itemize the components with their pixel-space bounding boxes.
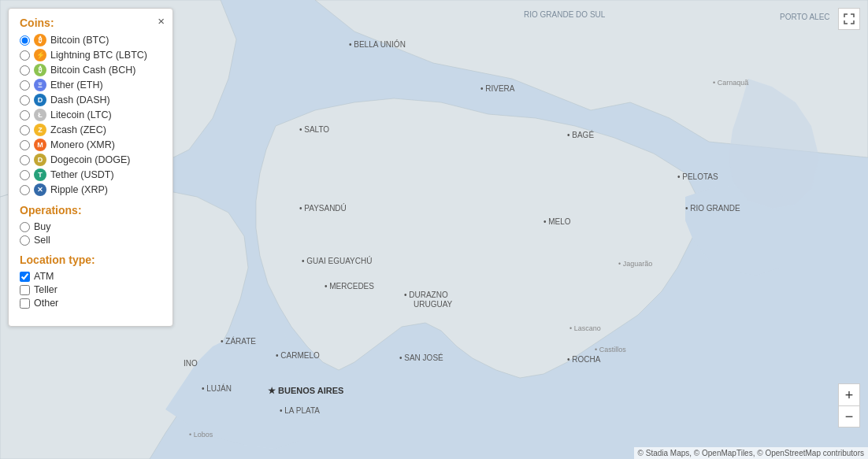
coins-title: Coins: (20, 17, 161, 29)
svg-text:PORTO ALEC: PORTO ALEC (780, 13, 830, 21)
coin-radio[interactable] (20, 155, 30, 165)
operations-title: Operations: (20, 204, 161, 217)
svg-text:• RIO GRANDE: • RIO GRANDE (685, 204, 740, 213)
location-label: ATM (34, 271, 54, 282)
coin-item: ₿Bitcoin Cash (BCH) (20, 64, 161, 76)
operation-label: Buy (34, 221, 51, 232)
coin-label: Ripple (XRP) (50, 184, 108, 195)
coin-icon: ✕ (34, 183, 46, 196)
coin-item: MMonero (XMR) (20, 139, 161, 151)
coin-icon: Ł (34, 109, 46, 121)
svg-text:• Lascano: • Lascano (569, 324, 601, 332)
location-item: ATM (20, 271, 161, 282)
coin-label: Tether (USDT) (50, 169, 114, 180)
svg-text:• ROCHA: • ROCHA (567, 355, 601, 364)
map-attribution: © Stadia Maps, © OpenMapTiles, © OpenStr… (634, 447, 868, 459)
coin-label: Bitcoin (BTC) (50, 35, 109, 46)
coin-radio[interactable] (20, 170, 30, 180)
svg-text:• ZÁRATE: • ZÁRATE (221, 336, 256, 346)
svg-text:• LUJÁN: • LUJÁN (202, 383, 232, 393)
zoom-out-button[interactable]: − (838, 405, 860, 428)
coin-label: Zcash (ZEC) (50, 124, 106, 135)
coin-item: ✕Ripple (XRP) (20, 183, 161, 196)
svg-text:• DURAZNO: • DURAZNO (404, 291, 448, 299)
coins-list: ₿Bitcoin (BTC)⚡Lightning BTC (LBTC)₿Bitc… (20, 34, 161, 196)
coin-item: ⚡Lightning BTC (LBTC) (20, 49, 161, 61)
coin-radio[interactable] (20, 110, 30, 120)
coin-label: Monero (XMR) (50, 139, 115, 150)
location-list: ATMTellerOther (20, 271, 161, 309)
operation-label: Sell (34, 235, 50, 246)
svg-text:• Carnaquã: • Carnaquã (713, 79, 748, 87)
svg-text:RIO GRANDE DO SUL: RIO GRANDE DO SUL (524, 10, 606, 19)
operation-radio[interactable] (20, 235, 30, 246)
coin-radio[interactable] (20, 125, 30, 135)
operation-item: Sell (20, 235, 161, 246)
svg-text:• BELLA UNIÓN: • BELLA UNIÓN (349, 39, 406, 49)
location-checkbox[interactable] (20, 298, 30, 309)
svg-text:• MERCEDES: • MERCEDES (325, 282, 374, 291)
close-button[interactable]: × (158, 15, 165, 27)
svg-text:• GUAI EGUAYCHÚ: • GUAI EGUAYCHÚ (302, 256, 372, 265)
coin-icon: M (34, 139, 46, 151)
coin-icon: T (34, 168, 46, 181)
svg-text:• Lobos: • Lobos (189, 431, 213, 439)
coin-icon: ₿ (34, 64, 46, 76)
location-checkbox[interactable] (20, 272, 30, 282)
coin-icon: Z (34, 124, 46, 136)
coin-item: ₿Bitcoin (BTC) (20, 34, 161, 46)
coin-radio[interactable] (20, 95, 30, 105)
coin-label: Dogecoin (DOGE) (50, 154, 130, 165)
coin-radio[interactable] (20, 35, 30, 46)
coin-label: Bitcoin Cash (BCH) (50, 65, 135, 76)
location-item: Other (20, 298, 161, 309)
coin-label: Dash (DASH) (50, 94, 110, 105)
map-container: RIO GRANDE DO SUL PORTO ALEC • BELLA UNI… (0, 0, 868, 459)
fullscreen-button[interactable] (838, 8, 860, 30)
coin-label: Lightning BTC (LBTC) (50, 50, 147, 61)
svg-text:• BAGÉ: • BAGÉ (567, 130, 594, 139)
location-checkbox[interactable] (20, 285, 30, 295)
svg-text:INO: INO (184, 359, 198, 368)
coin-icon: ₿ (34, 34, 46, 46)
coin-radio[interactable] (20, 185, 30, 195)
coin-label: Ether (ETH) (50, 80, 103, 91)
coin-item: TTether (USDT) (20, 168, 161, 181)
svg-text:• Castillos: • Castillos (595, 346, 626, 354)
location-label: Teller (34, 284, 57, 295)
coin-item: DDash (DASH) (20, 94, 161, 106)
coin-icon: D (34, 94, 46, 106)
svg-text:★ BUENOS AIRES: ★ BUENOS AIRES (268, 386, 343, 395)
coin-radio[interactable] (20, 80, 30, 91)
operation-radio[interactable] (20, 222, 30, 232)
filter-panel: × Coins: ₿Bitcoin (BTC)⚡Lightning BTC (L… (8, 8, 173, 327)
svg-text:• PELOTAS: • PELOTAS (677, 172, 718, 181)
svg-text:• Jaguarão: • Jaguarão (618, 260, 652, 268)
coin-radio[interactable] (20, 65, 30, 76)
svg-text:• MELO: • MELO (543, 217, 571, 226)
svg-text:• RIVERA: • RIVERA (480, 84, 515, 93)
coin-icon: ⚡ (34, 49, 46, 61)
coin-item: ZZcash (ZEC) (20, 124, 161, 136)
coin-radio[interactable] (20, 50, 30, 61)
svg-text:• SAN JOSÉ: • SAN JOSÉ (399, 353, 443, 362)
operations-list: BuySell (20, 221, 161, 246)
coin-icon: D (34, 154, 46, 166)
coin-label: Litecoin (LTC) (50, 109, 112, 120)
svg-text:• SALTO: • SALTO (299, 125, 329, 134)
location-label: Other (34, 298, 58, 309)
coin-item: ΞEther (ETH) (20, 79, 161, 91)
svg-text:URUGUAY: URUGUAY (414, 300, 453, 309)
location-item: Teller (20, 284, 161, 295)
coin-icon: Ξ (34, 79, 46, 91)
coin-radio[interactable] (20, 140, 30, 150)
zoom-in-button[interactable]: + (838, 383, 860, 405)
location-title: Location type: (20, 254, 161, 266)
zoom-controls: + − (838, 383, 860, 428)
operation-item: Buy (20, 221, 161, 232)
svg-text:• LA PLATA: • LA PLATA (280, 406, 320, 415)
coin-item: ŁLitecoin (LTC) (20, 109, 161, 121)
svg-text:• CARMELO: • CARMELO (276, 351, 320, 360)
coin-item: DDogecoin (DOGE) (20, 154, 161, 166)
svg-text:• PAYSANDÚ: • PAYSANDÚ (299, 203, 347, 213)
